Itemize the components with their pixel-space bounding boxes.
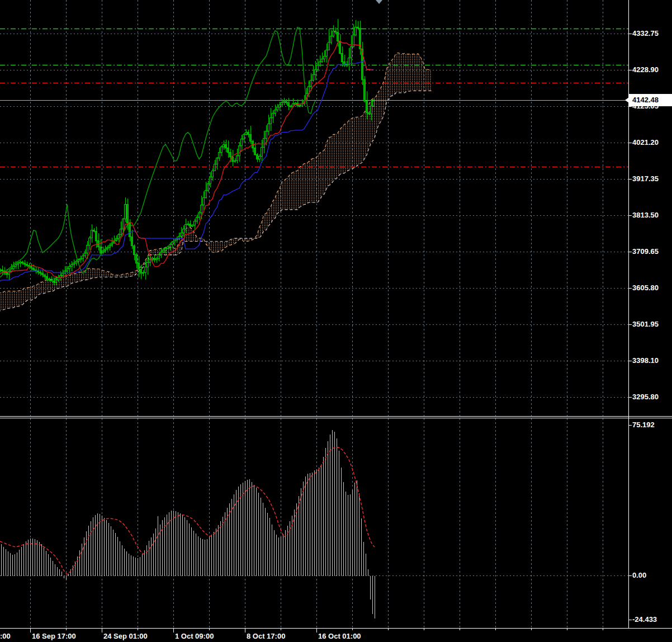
candle-body xyxy=(44,275,46,276)
candle-body xyxy=(259,157,261,159)
candle-body xyxy=(324,56,325,59)
candle-body xyxy=(230,152,231,157)
candle-body xyxy=(221,147,223,152)
candle-body xyxy=(60,275,61,277)
candle-body xyxy=(257,154,258,159)
candle-body xyxy=(49,278,50,280)
oscillator-axis-label: -24.433 xyxy=(632,615,657,624)
candle-body xyxy=(2,270,3,271)
candle-body xyxy=(219,152,220,158)
candle-body xyxy=(42,273,44,275)
candle-body xyxy=(203,197,205,205)
candle-body xyxy=(20,262,21,263)
candle-body xyxy=(236,155,238,160)
candle-body xyxy=(310,80,312,86)
candle-body xyxy=(149,259,151,262)
candle-body xyxy=(281,103,283,105)
candle-body xyxy=(0,270,1,271)
candle-body xyxy=(71,265,73,266)
candle-body xyxy=(190,224,191,226)
candle-wicks xyxy=(0,19,373,285)
candle-body xyxy=(127,204,129,223)
candle-body xyxy=(176,239,178,240)
price-axis-label: 3501.95 xyxy=(632,320,659,329)
time-axis-label: 16 Oct 01:00 xyxy=(318,631,361,641)
candle-body xyxy=(89,238,91,246)
candle-body xyxy=(156,259,158,260)
chart-surface[interactable] xyxy=(0,0,672,642)
candle-body xyxy=(268,124,269,131)
candle-body xyxy=(183,229,184,233)
candle-body xyxy=(239,146,240,155)
time-axis-label: 16 Sep 17:00 xyxy=(32,631,76,641)
candle-body xyxy=(67,268,68,271)
candle-body xyxy=(181,233,182,237)
candle-body xyxy=(328,42,330,50)
candle-body xyxy=(198,213,200,217)
price-axis-label: 3813.50 xyxy=(632,211,659,220)
oscillator-axis-label: 0.00 xyxy=(632,571,646,580)
oscillator-histogram xyxy=(1,430,375,619)
candle-body xyxy=(87,246,88,253)
candle-body xyxy=(295,103,296,105)
candle-body xyxy=(330,36,332,42)
candle-body xyxy=(100,247,102,253)
candle-body xyxy=(288,102,290,106)
candle-body xyxy=(169,245,171,247)
candle-body xyxy=(136,255,138,263)
price-axis-label: 3605.80 xyxy=(632,284,659,292)
horizontal-level-lines[interactable] xyxy=(0,29,628,167)
candle-body xyxy=(73,263,75,265)
candle-body xyxy=(165,249,167,251)
candle-body xyxy=(24,263,26,264)
price-axis-label: 3709.65 xyxy=(632,247,659,256)
current-price-box: 4142.48 xyxy=(629,94,672,106)
candle-body xyxy=(174,240,176,242)
candle-body xyxy=(317,65,319,70)
candle-body xyxy=(46,277,48,278)
candle-body xyxy=(337,32,339,41)
candle-body xyxy=(364,80,366,101)
candle-body xyxy=(299,105,301,106)
candle-body xyxy=(321,59,323,62)
candle-body xyxy=(272,114,274,118)
candle-body xyxy=(245,133,247,134)
candle-body xyxy=(339,41,341,54)
candle-body xyxy=(368,113,370,114)
price-axis-label: 4436.60 xyxy=(632,0,659,2)
candle-body xyxy=(143,272,144,273)
price-axis-label: 3295.80 xyxy=(632,393,659,402)
candle-body xyxy=(129,223,131,237)
candle-body xyxy=(241,139,243,146)
candle-body xyxy=(140,270,142,273)
candle-body xyxy=(75,261,77,263)
candle-body xyxy=(250,135,252,141)
candle-body xyxy=(62,273,64,275)
candle-body xyxy=(286,101,287,102)
candle-body xyxy=(187,224,189,225)
candles-layer xyxy=(0,19,375,285)
candle-body xyxy=(17,263,19,265)
time-axis-label: 8 Oct 17:00 xyxy=(247,631,285,641)
candle-body xyxy=(277,107,278,110)
candle-body xyxy=(373,101,375,106)
candle-body xyxy=(15,265,17,266)
current-price-value: 4142.48 xyxy=(632,96,659,104)
time-axis-label: 24 Sep 01:00 xyxy=(103,631,148,641)
senkou-span-a-line xyxy=(0,53,432,293)
candle-body xyxy=(192,225,193,226)
candle-body xyxy=(319,62,321,65)
candle-body xyxy=(91,230,93,238)
candle-body xyxy=(210,177,211,183)
candle-body xyxy=(223,144,225,147)
candle-body xyxy=(248,133,249,135)
candle-body xyxy=(355,27,357,35)
top-arrow-marker[interactable] xyxy=(376,0,382,4)
candle-body xyxy=(11,269,12,272)
candle-body xyxy=(26,264,28,265)
candle-body xyxy=(346,64,348,65)
candle-body xyxy=(326,50,328,56)
candle-body xyxy=(254,148,256,154)
candle-body xyxy=(167,247,169,249)
candle-body xyxy=(145,267,146,272)
